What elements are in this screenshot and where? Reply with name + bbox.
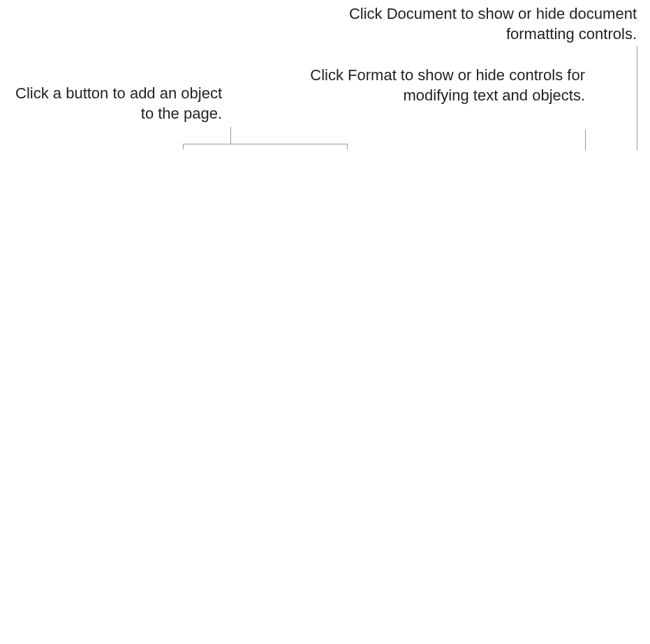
callout-add-object: Click a button to add an object to the p… [0, 84, 222, 123]
callout-document: Click Document to show or hide document … [306, 4, 637, 44]
callout-format: Click Format to show or hide controls fo… [306, 66, 585, 105]
